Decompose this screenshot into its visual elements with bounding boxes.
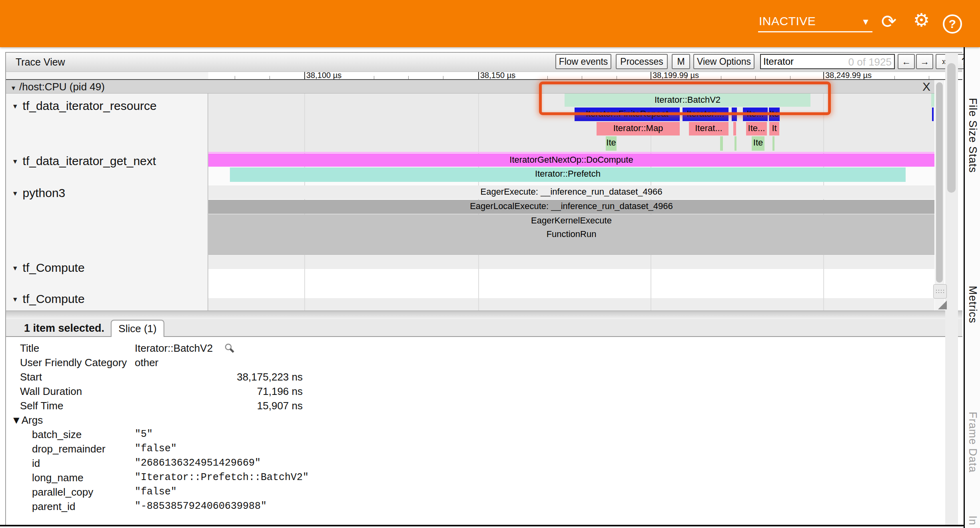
run-status-label: INACTIVE [759,14,816,28]
axis-tick-label: 38,199.99 µs [653,71,699,80]
collapse-arrow-icon: ▾ [13,264,17,272]
trace-event[interactable] [932,108,934,121]
search-result-count: 0 of 1925 [848,56,892,68]
trace-event[interactable]: It [769,122,779,135]
help-icon[interactable]: ? [943,14,962,34]
arg-row: parent_id"-8853857924060639988" [6,499,962,514]
toolbar-button-flow-events[interactable]: Flow events [555,54,611,69]
arg-row: drop_remainder"false" [6,442,962,456]
axis-minor-tick [339,76,339,79]
find-previous-button[interactable]: ← [898,54,915,69]
horizontal-scrollbar[interactable] [6,311,962,319]
trace-event[interactable]: Ite... [743,108,768,121]
trace-toolbar: Trace View Flow eventsProcessesMView Opt… [6,52,962,72]
axis-minor-tick [860,76,860,79]
sidebar-tab-metrics[interactable]: Metrics [966,286,979,323]
trace-event[interactable]: Ite [752,136,764,151]
refresh-icon[interactable]: ⟳ [881,11,897,32]
trace-event[interactable] [208,241,934,255]
arg-label: batch_size [32,427,82,442]
sidebar-tab-file-size-stats[interactable]: File Size Stats [966,98,979,173]
axis-major-tick [304,71,305,79]
trace-event[interactable]: Ite [606,136,617,151]
toolbar-button-m[interactable]: M [672,54,690,69]
trace-event[interactable] [732,108,737,121]
trace-event[interactable]: Iterator::Map [597,122,680,135]
toolbar-button-processes[interactable]: Processes [616,54,668,69]
track-label-2[interactable]: ▾python3 [13,186,65,200]
trace-event[interactable]: IteratorGetNextOp::DoCompute [208,153,934,167]
trace-event[interactable]: Iterat... [689,122,729,135]
track-label-0[interactable]: ▾tf_data_iterator_resource [13,99,157,113]
axis-minor-tick [443,76,443,79]
axis-tick-label: 38,249.99 µs [825,71,872,80]
trace-event[interactable] [208,152,934,153]
cpu-section-label: ▾/host:CPU (pid 49) [12,81,105,93]
axis-minor-tick [547,76,548,79]
tool-sidebar: File Size StatsMetricsFrame DataIn [964,47,980,528]
collapse-arrow-icon: ▾ [13,102,17,110]
gear-icon[interactable]: ⚙ [913,10,930,30]
resize-corner-icon[interactable] [938,301,947,309]
arg-label: id [32,456,40,470]
track-label-3[interactable]: ▾tf_Compute [13,261,85,275]
track-label-4[interactable]: ▾tf_Compute [13,292,85,306]
sidebar-tab-frame-data[interactable]: Frame Data [966,412,979,473]
trace-event[interactable]: EagerLocalExecute: __inference_run_datas… [208,200,934,214]
axis-left-mask [6,71,208,79]
toolbar-button-view-options[interactable]: View Options [693,54,754,69]
detail-label: User Friendly Category [20,355,127,370]
frame-bottom-border [0,525,980,526]
trace-event[interactable]: Ite [769,108,780,121]
args-section-header[interactable]: ▼Args [6,413,962,427]
arg-row: batch_size"5" [6,427,962,442]
trace-event[interactable]: EagerKernelExecute [208,214,934,228]
trace-event[interactable] [772,136,774,151]
find-next-button[interactable]: → [916,54,933,69]
trace-event[interactable]: Iterator::Prefetch [230,167,906,182]
trace-event[interactable]: Iterator::FiniteRepeat [575,108,680,121]
trace-event[interactable] [931,94,934,107]
close-section-button[interactable]: X [922,80,930,94]
detail-value: 71,196 ns [135,384,303,398]
page-title: Trace View [16,56,65,68]
detail-row: Start38,175,223 ns [6,370,962,384]
arg-row: id"2686136324951429669" [6,456,962,470]
drag-handle[interactable] [933,284,947,299]
track-label-1[interactable]: ▾tf_data_iterator_get_next [13,154,156,168]
track-background-band [208,298,934,311]
search-input[interactable] [761,55,856,68]
details-tabbar: 1 item selected. Slice (1) [6,319,962,337]
arg-value: "5" [135,427,153,442]
track-name: python3 [23,186,66,199]
trace-event[interactable]: Iterator:... [683,108,729,121]
collapse-arrow-icon: ▾ [13,295,17,303]
trace-event[interactable]: FunctionRun [208,228,934,241]
collapse-arrow-icon: ▾ [12,84,15,92]
axis-major-tick [823,71,824,79]
axis-major-tick [651,71,651,79]
sidebar-tab-in[interactable]: In [966,516,979,526]
axis-minor-tick [408,76,409,79]
detail-label: Wall Duration [20,384,82,398]
axis-tick-label: 38,100 µs [306,71,341,80]
outer-scrollbar-thumb[interactable] [947,63,956,193]
trace-event[interactable] [720,136,723,151]
arg-label: parallel_copy [32,485,93,499]
arg-label: long_name [32,470,84,485]
trace-event[interactable] [735,136,736,151]
trace-event[interactable]: Ite... [746,122,767,135]
axis-minor-tick [894,76,895,79]
axis-minor-tick [721,76,721,79]
tab-slice[interactable]: Slice (1) [111,320,164,337]
trace-event[interactable]: Iterator::BatchV2 [565,94,810,107]
run-status-select[interactable]: INACTIVE ▼ [758,12,872,32]
inner-scrollbar-thumb[interactable] [936,82,943,283]
axis-minor-tick [582,76,582,79]
collapse-arrow-icon: ▾ [13,189,17,197]
track-label-panel: ▾tf_data_iterator_resource▾tf_data_itera… [6,94,208,311]
track-name: tf_Compute [23,261,85,274]
trace-event[interactable]: EagerExecute: __inference_run_dataset_49… [208,185,934,199]
axis-major-tick [478,71,479,79]
trace-event[interactable] [733,122,736,135]
